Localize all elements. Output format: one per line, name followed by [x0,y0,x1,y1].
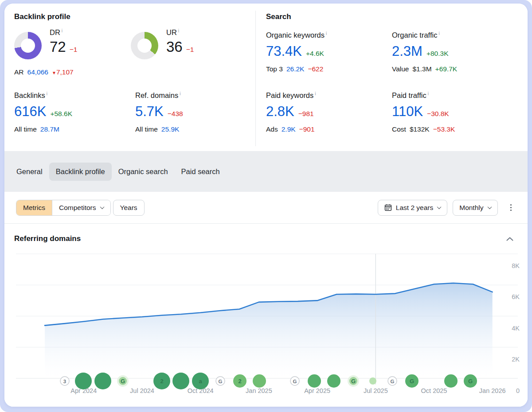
metric-backlinks: Backlinksi 616K+58.6K All time28.7M [14,91,72,133]
svg-text:2: 2 [238,378,241,385]
metric-organic-traffic: Organic traffici 2.3M+80.3K Value$1.3M+6… [392,31,457,73]
organic-keywords-value[interactable]: 73.4K [266,43,302,59]
svg-text:G: G [468,378,473,385]
section-divider [255,11,256,146]
filter-toolbar: Metrics Competitors Years Last 2 years M… [4,192,528,224]
metric-paid-keywords: Paid keywordsi 2.8K−981 Ads2.9K−901 [266,91,316,133]
svg-text:G: G [293,379,297,384]
overview-card: Backlink profile Search DRi 72−1 URi 36−… [4,4,528,407]
svg-text:4K: 4K [512,325,520,332]
date-range-select[interactable]: Last 2 years [378,200,447,216]
ref-domains-value[interactable]: 5.7K [135,104,164,120]
chevron-down-icon [487,205,492,209]
view-mode-group: Metrics Competitors [16,200,111,216]
backlinks-value[interactable]: 616K [14,104,46,120]
backlink-profile-heading: Backlink profile [14,12,70,21]
google-update-marker[interactable]: 3 [60,377,69,385]
google-update-marker[interactable] [444,374,458,388]
tab-paid-search[interactable]: Paid search [175,163,227,181]
tab-backlink-profile[interactable]: Backlink profile [49,163,112,181]
tab-organic-search[interactable]: Organic search [112,163,175,181]
google-update-marker[interactable] [75,373,92,389]
google-update-marker[interactable] [308,374,321,388]
svg-text:8K: 8K [512,262,520,269]
google-update-marker[interactable]: G [405,374,419,388]
metric-ar: AR 64,066 ▼7,107 [14,68,74,76]
svg-text:Jul 2024: Jul 2024 [130,387,154,394]
section-tabs: General Backlink profile Organic search … [4,151,528,192]
dr-value: 72 [50,39,66,55]
info-icon[interactable]: i [438,31,439,36]
metric-paid-traffic: Paid traffici 110K−30.8K Cost$132K−53.3K [392,91,455,133]
dr-label: DR [50,28,60,36]
ur-donut-gauge [131,32,158,59]
google-update-marker[interactable] [369,377,376,385]
google-update-marker[interactable]: a [192,373,209,389]
svg-text:6K: 6K [512,293,520,300]
svg-text:G: G [410,378,414,385]
ar-delta: 7,107 [56,68,74,76]
svg-text:Oct 2025: Oct 2025 [421,387,447,394]
calendar-icon [384,204,392,211]
svg-text:G: G [219,379,223,384]
google-update-marker[interactable] [172,373,189,389]
metrics-chip[interactable]: Metrics [16,200,52,215]
svg-text:Apr 2025: Apr 2025 [304,387,330,394]
svg-text:Jul 2025: Jul 2025 [364,387,388,394]
svg-text:2: 2 [160,378,163,385]
google-update-marker[interactable]: 2 [153,373,170,389]
search-heading: Search [266,12,291,21]
referring-domains-section: Referring domains 02K4K6K8KApr 2024Jul 2… [4,224,528,407]
chart-title: Referring domains [14,234,81,243]
dr-delta: −1 [70,46,78,54]
app-frame: Backlink profile Search DRi 72−1 URi 36−… [0,0,532,412]
paid-keywords-value[interactable]: 2.8K [266,104,294,120]
info-icon[interactable]: i [62,28,63,33]
info-icon[interactable]: i [180,91,180,96]
google-update-marker[interactable]: G [388,377,397,385]
metric-ur: URi 36−1 [131,28,194,59]
granularity-select[interactable]: Monthly [453,200,497,216]
ar-value[interactable]: 64,066 [27,68,48,76]
organic-traffic-value[interactable]: 2.3M [392,43,422,59]
svg-text:G: G [391,379,395,384]
metric-ref-domains: Ref. domainsi 5.7K−438 All time25.9K [135,91,183,133]
svg-text:2K: 2K [512,356,520,363]
ar-label: AR [14,68,24,76]
google-update-marker[interactable]: G [117,375,129,387]
google-update-marker[interactable]: G [348,375,359,387]
svg-text:Jan 2025: Jan 2025 [246,387,272,394]
stats-panel: Backlink profile Search DRi 72−1 URi 36−… [4,4,528,151]
google-update-marker[interactable]: G [216,377,225,385]
info-icon[interactable]: i [47,91,47,96]
tab-general[interactable]: General [10,163,49,181]
kebab-menu-icon[interactable] [508,202,515,214]
info-icon[interactable]: i [315,91,316,96]
google-update-marker[interactable]: G [464,374,477,388]
google-update-marker[interactable] [94,373,111,389]
chevron-down-icon [100,205,104,209]
google-update-marker[interactable] [327,374,340,388]
metric-dr: DRi 72−1 [14,28,77,59]
competitors-chip[interactable]: Competitors [52,200,110,215]
info-icon[interactable]: i [326,31,327,36]
info-icon[interactable]: i [178,28,179,33]
collapse-chevron-up-icon[interactable] [505,233,515,245]
ur-value: 36 [166,39,183,55]
svg-text:G: G [121,378,125,385]
svg-text:3: 3 [63,379,66,384]
metric-organic-keywords: Organic keywordsi 73.4K+4.6K Top 326.2K−… [266,31,327,73]
google-update-marker[interactable] [253,374,266,388]
google-update-marker[interactable]: 2 [233,374,246,388]
svg-text:a: a [199,378,202,385]
svg-text:Jan 2026: Jan 2026 [479,387,506,394]
dr-donut-gauge [14,32,42,59]
years-chip[interactable]: Years [113,200,145,216]
chevron-down-icon [437,205,442,209]
triangle-down-icon: ▼ [52,70,56,75]
referring-domains-chart[interactable]: 02K4K6K8KApr 2024Jul 2024Oct 2024Jan 202… [4,252,528,407]
google-update-marker[interactable]: G [290,377,299,385]
info-icon[interactable]: i [428,91,429,96]
paid-traffic-value[interactable]: 110K [392,104,423,120]
svg-text:0: 0 [516,387,520,394]
